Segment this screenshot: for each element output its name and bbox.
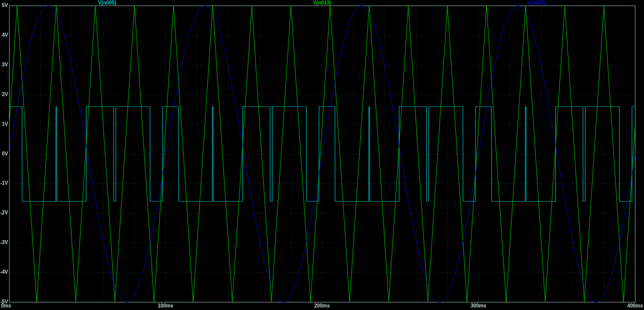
trace-label-vn013[interactable]: V(n013) <box>313 0 331 6</box>
x-tick-label: 200ms <box>314 303 330 309</box>
y-tick-label: -2V <box>0 210 8 216</box>
x-tick-label: 100ms <box>157 303 173 309</box>
y-tick-label: 3V <box>0 62 8 68</box>
trace-label-vn007[interactable]: V(n007) <box>527 0 545 6</box>
x-tick-label: 400ms <box>627 303 643 309</box>
y-tick-label: 1V <box>0 121 8 127</box>
y-tick-label: 4V <box>0 32 8 38</box>
y-tick-label: -4V <box>0 269 8 275</box>
x-axis: 0ms100ms200ms300ms400ms <box>0 303 644 310</box>
trace-legend: V(n005) V(n013) V(n007) <box>0 0 644 6</box>
y-tick-label: 5V <box>0 3 8 9</box>
waveform-plot-pane[interactable] <box>0 0 644 310</box>
trace-label-vn005[interactable]: V(n005) <box>98 0 116 6</box>
waveform-viewer-window: { "window": { "background_color": "#0000… <box>0 0 644 310</box>
y-tick-label: 2V <box>0 92 8 98</box>
y-tick-label: -3V <box>0 240 8 246</box>
x-tick-label: 0ms <box>1 303 11 309</box>
x-tick-label: 300ms <box>470 303 486 309</box>
y-tick-label: -1V <box>0 180 8 186</box>
y-tick-label: 0V <box>0 151 8 157</box>
